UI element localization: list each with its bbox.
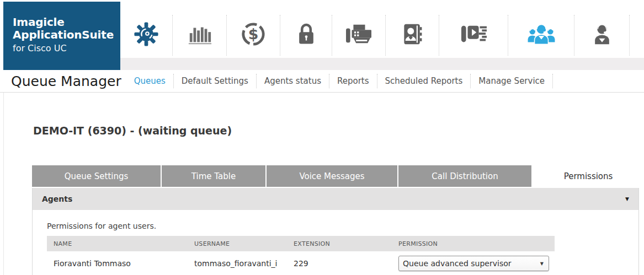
chevron-down-icon[interactable]: ▼ bbox=[625, 196, 629, 202]
nav-separator bbox=[552, 74, 553, 88]
column-header-name: NAME bbox=[47, 240, 188, 247]
contacts-book-icon bbox=[400, 21, 424, 49]
nav-item-manage-service[interactable]: Manage Service bbox=[471, 70, 552, 93]
toolbar-item-reports[interactable] bbox=[173, 15, 227, 56]
tab-queue-settings[interactable]: Queue Settings bbox=[32, 165, 162, 187]
app-icon-toolbar: $ bbox=[120, 0, 644, 58]
agents-group-headset-icon bbox=[526, 21, 556, 49]
agent-permission-cell: Queue advanced supervisor ▼ bbox=[392, 256, 555, 271]
nav-links: Queues Default Settings Agents status Re… bbox=[126, 70, 553, 92]
lock-icon bbox=[294, 21, 318, 49]
nav-item-agents-status[interactable]: Agents status bbox=[257, 70, 329, 93]
nav-item-scheduled-reports[interactable]: Scheduled Reports bbox=[377, 70, 471, 93]
queue-tab-bar: Queue Settings Time Table Voice Messages… bbox=[32, 165, 644, 187]
recorder-playlist-icon bbox=[460, 21, 487, 49]
column-header-permission: PERMISSION bbox=[392, 240, 555, 247]
imagicle-logo[interactable]: Imagicle ApplicationSuite for Cisco UC bbox=[3, 2, 120, 70]
page-left-hairline bbox=[3, 93, 4, 275]
agent-username: tommaso_fioravanti_i bbox=[188, 259, 287, 268]
dollar-circle-icon: $ bbox=[241, 21, 266, 49]
column-header-extension: EXTENSION bbox=[287, 240, 392, 247]
nav-item-queues[interactable]: Queues bbox=[126, 70, 173, 93]
agents-permissions-table: NAME USERNAME EXTENSION PERMISSION Fiora… bbox=[47, 236, 555, 275]
tab-permissions[interactable]: Permissions bbox=[533, 165, 644, 187]
nav-item-default-settings[interactable]: Default Settings bbox=[174, 70, 256, 93]
toolbar-item-directory[interactable] bbox=[386, 15, 439, 56]
agent-name: Fioravanti Tommaso bbox=[47, 259, 188, 268]
toolbar-item-voicemail[interactable] bbox=[439, 15, 508, 56]
table-row: Fioravanti Tommaso tommaso_fioravanti_i … bbox=[47, 251, 555, 275]
fax-printer-icon bbox=[345, 21, 372, 49]
bar-chart-icon bbox=[187, 21, 212, 49]
logo-line2: ApplicationSuite bbox=[13, 29, 120, 41]
agent-extension: 229 bbox=[287, 259, 392, 268]
toolbar-item-attendant[interactable] bbox=[574, 15, 630, 56]
logo-line1: Imagicle bbox=[13, 16, 120, 29]
tab-time-table[interactable]: Time Table bbox=[162, 165, 267, 187]
logo-line3: for Cisco UC bbox=[13, 43, 120, 53]
agents-accordion-title: Agents bbox=[42, 195, 72, 203]
operator-headset-icon bbox=[590, 21, 614, 49]
svg-text:$: $ bbox=[248, 25, 259, 42]
toolbar-underline-strip bbox=[120, 58, 644, 70]
nav-item-reports[interactable]: Reports bbox=[329, 70, 377, 93]
toolbar-item-queue-manager[interactable] bbox=[508, 15, 574, 56]
admin-gear-icon bbox=[134, 21, 159, 49]
permission-select-wrap: Queue advanced supervisor ▼ bbox=[398, 256, 549, 271]
table-header-row: NAME USERNAME EXTENSION PERMISSION bbox=[47, 236, 555, 251]
agents-accordion-header[interactable]: Agents ▼ bbox=[33, 188, 638, 210]
permissions-panel: Agents ▼ Permissions for agent users. NA… bbox=[32, 188, 639, 275]
toolbar-item-billing[interactable]: $ bbox=[227, 15, 280, 56]
permissions-description: Permissions for agent users. bbox=[47, 222, 638, 230]
tab-voice-messages[interactable]: Voice Messages bbox=[267, 165, 398, 187]
toolbar-item-admin[interactable] bbox=[120, 15, 173, 56]
column-header-username: USERNAME bbox=[188, 240, 287, 247]
toolbar-item-fax[interactable] bbox=[332, 15, 386, 56]
toolbar-item-security[interactable] bbox=[280, 15, 332, 56]
queue-manager-navbar: Queue Manager Queues Default Settings Ag… bbox=[0, 70, 644, 93]
tab-call-distribution[interactable]: Call Distribution bbox=[398, 165, 533, 187]
permission-select[interactable]: Queue advanced supervisor bbox=[398, 256, 549, 271]
queue-heading: DEMO-IT (6390) - (waiting queue) bbox=[33, 125, 232, 137]
page-title: Queue Manager bbox=[11, 73, 121, 89]
